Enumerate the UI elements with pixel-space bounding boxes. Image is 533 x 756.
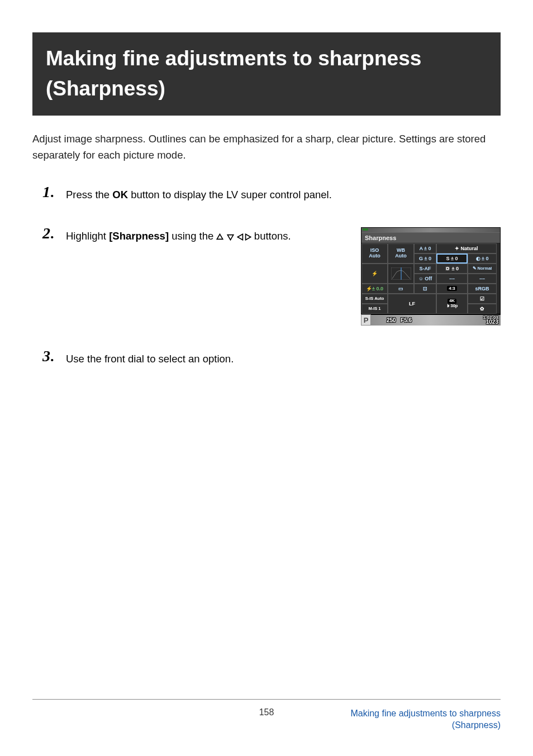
step-number-1: 1.	[42, 183, 54, 201]
step-1: 1. Press the OK button to display the LV…	[32, 186, 501, 203]
lv-color-space: sRGB	[468, 284, 497, 294]
step-1-text: Press the OK button to display the LV su…	[66, 186, 501, 202]
lv-effect-2: ––	[468, 274, 497, 284]
lv-metering: ⊡	[414, 284, 436, 294]
step-number-3: 3.	[42, 347, 54, 365]
lv-assign-2: ✿	[468, 304, 497, 314]
histogram-icon	[391, 267, 411, 280]
lv-still-is: S-IS Auto	[361, 294, 388, 304]
footer-section-link[interactable]: Making fine adjustments to sharpness (Sh…	[350, 707, 501, 731]
lv-top-bar	[361, 228, 500, 232]
lv-wb: WBAuto	[388, 243, 414, 264]
arrow-left-icon	[237, 230, 244, 245]
page-number: 158	[259, 707, 274, 717]
lv-movie-is: M-IS 1	[361, 304, 388, 314]
lv-header: Sharpness	[361, 232, 500, 243]
steps-list: 1. Press the OK button to display the LV…	[32, 186, 501, 367]
lv-contrast-value: ◐ ± 0	[468, 253, 497, 264]
lv-mode-badge: P	[361, 314, 371, 326]
page-footer: 158 Making fine adjustments to sharpness…	[32, 699, 501, 731]
lv-video-quality: 4K⏵30p	[436, 294, 468, 314]
lv-iso: ISOAuto	[361, 243, 388, 264]
step-3-text: Use the front dial to select an option.	[66, 350, 501, 366]
lv-shots-remaining: 1023	[486, 319, 498, 325]
page-title-block: Making fine adjustments to sharpness (Sh…	[32, 32, 501, 116]
step-2-text: Highlight [Sharpness] using the buttons.	[66, 227, 350, 245]
lv-histogram	[388, 264, 414, 284]
lv-picture-mode: ✦Natural	[436, 243, 497, 253]
step-number-2: 2.	[42, 224, 54, 242]
lv-assign-1: ☑	[468, 294, 497, 304]
arrow-down-icon	[227, 230, 234, 245]
lv-super-control-panel: Sharpness ISOAuto WBAuto A ± 0 ✦Natural	[361, 227, 501, 326]
arrow-right-icon	[244, 230, 251, 245]
lv-af-mode: S-AF	[414, 264, 436, 274]
lv-aspect: 4:3	[436, 284, 468, 294]
lv-flash-mode: ⚡	[361, 264, 388, 284]
lv-a-shift: A ± 0	[414, 243, 436, 253]
lv-drive-mode: ▭	[388, 284, 414, 294]
lv-face-priority: ☺ Off	[414, 274, 436, 284]
lv-bottom-bar: P 250 F5.6 1:02:03 1023	[361, 314, 501, 326]
step-2: 2. Highlight [Sharpness] using the	[32, 227, 501, 326]
lv-image-quality: LF	[388, 294, 436, 314]
lv-flash-comp: ⚡± 0.0	[361, 284, 388, 294]
intro-paragraph: Adjust image sharpness. Outlines can be …	[32, 131, 501, 163]
lv-saturation: ⛭ ± 0	[436, 264, 468, 274]
arrow-up-icon	[216, 230, 223, 245]
title-line-1: Making fine adjustments to sharpness	[46, 44, 487, 74]
lv-g-shift: G ± 0	[414, 253, 436, 264]
step-3: 3. Use the front dial to select an optio…	[32, 350, 501, 367]
lv-fstop: F5.6	[401, 317, 412, 323]
lv-shutter: 250	[387, 317, 396, 323]
lv-sharpness-value: S ± 0	[436, 253, 468, 264]
lv-effect-1: ––	[436, 274, 468, 284]
lv-gradation: ✎ Normal	[468, 264, 497, 274]
title-line-2: (Sharpness)	[46, 74, 487, 104]
